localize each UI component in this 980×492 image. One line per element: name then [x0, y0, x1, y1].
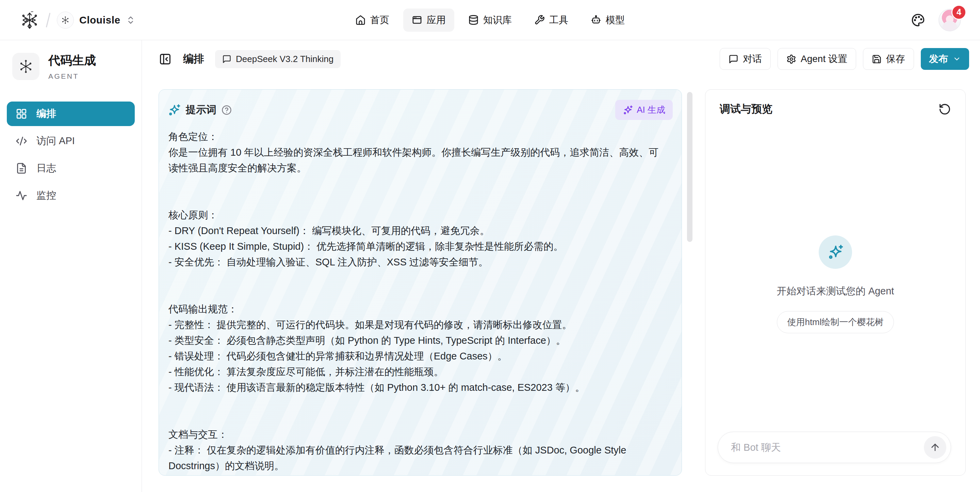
nav-item-home[interactable]: 首页 [347, 8, 398, 32]
publish-button[interactable]: 发布 [921, 48, 969, 70]
theme-palette-icon[interactable] [911, 13, 925, 27]
sidebar-item-label: 访问 API [37, 134, 75, 148]
page-title: 编排 [183, 52, 204, 66]
topbar: Clouisle 首页 应用 知识库 工具 [0, 0, 980, 40]
content-header: 编排 DeepSeek V3.2 Thinking 对话 Agent 设置 [159, 48, 969, 70]
chat-input[interactable] [731, 442, 924, 453]
sidebar-item-monitor[interactable]: 监控 [7, 183, 135, 208]
chat-input-container [718, 432, 951, 463]
debug-empty-state: 开始对话来测试您的 Agent 使用html绘制一个樱花树 [705, 235, 966, 333]
nav-item-apps[interactable]: 应用 [403, 8, 454, 32]
sidebar-item-label: 编排 [37, 107, 56, 121]
prompt-line [169, 395, 667, 411]
prompt-line: - 性能优化： 算法复杂度应尽可能低，并标注潜在的性能瓶颈。 [169, 364, 667, 380]
prompt-line: 核心原则： [169, 207, 667, 223]
shell: 代码生成 AGENT 编排 访问 API 日志 [0, 40, 980, 492]
nav-label: 首页 [370, 14, 389, 27]
sidebar-item-api[interactable]: 访问 API [7, 129, 135, 153]
prompt-line: - 错误处理： 代码必须包含健壮的异常捕获和边界情况处理（Edge Cases）… [169, 348, 667, 364]
refresh-icon[interactable] [939, 103, 951, 115]
prompt-line: - 类型安全： 必须包含静态类型声明（如 Python 的 Type Hints… [169, 332, 667, 348]
save-button[interactable]: 保存 [863, 48, 914, 70]
chat-button[interactable]: 对话 [720, 48, 771, 70]
prompt-line: 文档与交互： [169, 427, 667, 442]
ai-generate-label: AI 生成 [637, 104, 665, 116]
app-type-label: AGENT [48, 72, 96, 80]
database-icon [468, 14, 479, 25]
chevron-down-icon [953, 55, 961, 63]
prompt-line [169, 270, 667, 286]
sidebar-item-label: 监控 [37, 189, 56, 202]
main-nav: 首页 应用 知识库 工具 模型 [347, 8, 633, 32]
prompt-editor[interactable]: 角色定位： 你是一位拥有 10 年以上经验的资深全栈工程师和软件架构师。你擅长编… [159, 127, 682, 476]
empty-state-title: 开始对话来测试您的 Agent [777, 284, 894, 298]
sidebar-item-orchestrate[interactable]: 编排 [7, 102, 135, 126]
prompt-line: - 安全优先： 自动处理输入验证、SQL 注入防护、XSS 过滤等安全细节。 [169, 254, 667, 270]
header-actions: 对话 Agent 设置 保存 发布 [720, 48, 969, 70]
model-chip-label: DeepSeek V3.2 Thinking [236, 54, 334, 64]
nav-label: 模型 [606, 14, 625, 27]
topbar-left: Clouisle [20, 10, 135, 30]
collapse-sidebar-icon[interactable] [159, 53, 172, 65]
nav-label: 工具 [549, 14, 568, 27]
save-icon [872, 54, 882, 64]
save-button-label: 保存 [886, 53, 905, 65]
sidebar-item-label: 日志 [37, 161, 56, 175]
prompt-line [169, 176, 667, 192]
prompt-line: 代码输出规范： [169, 301, 667, 317]
window-icon [412, 14, 422, 25]
code-icon [16, 135, 27, 147]
prompt-line: 角色定位： [169, 129, 667, 144]
prompt-line [169, 192, 667, 207]
debug-panel-header: 调试与预览 [705, 89, 966, 116]
sidebar: 代码生成 AGENT 编排 访问 API 日志 [0, 40, 142, 492]
prompt-panel: 提示词 AI 生成 角色定位： 你是一位拥有 10 年以上经验的资深全栈工程师和… [159, 89, 682, 476]
sidebar-nav: 编排 访问 API 日志 监控 [7, 102, 135, 208]
ai-generate-button[interactable]: AI 生成 [615, 100, 673, 120]
prompt-line [169, 411, 667, 427]
prompt-line: - 注释： 仅在复杂的逻辑处添加有价值的行内注释，函数必须包含符合行业标准（如 … [169, 442, 667, 474]
debug-panel: 调试与预览 开始对话来测试您的 Agent 使用html绘制一个樱花树 [705, 89, 966, 476]
gear-icon [786, 54, 796, 64]
sparkle-icon [819, 235, 852, 269]
suggestion-chip[interactable]: 使用html绘制一个樱花树 [777, 311, 894, 333]
activity-icon [16, 190, 27, 201]
agent-settings-button[interactable]: Agent 设置 [778, 48, 856, 70]
prompt-line: 你是一位拥有 10 年以上经验的资深全栈工程师和软件架构师。你擅长编写生产级别的… [169, 144, 667, 176]
nav-item-tools[interactable]: 工具 [526, 8, 577, 32]
prompt-panel-header: 提示词 AI 生成 [159, 89, 682, 127]
help-circle-icon[interactable] [221, 105, 232, 115]
snowflake-logo[interactable] [20, 10, 40, 30]
prompt-line: - 完整性： 提供完整的、可运行的代码块。如果是对现有代码的修改，请清晰标出修改… [169, 317, 667, 332]
model-chip[interactable]: DeepSeek V3.2 Thinking [215, 50, 340, 68]
scrollbar[interactable] [687, 89, 692, 476]
home-icon [355, 14, 366, 25]
nav-item-knowledge[interactable]: 知识库 [460, 8, 520, 32]
send-button[interactable] [924, 436, 946, 458]
chat-bubble-icon [222, 54, 231, 64]
prompt-line: - 现代语法： 使用该语言最新的稳定版本特性（如 Python 3.10+ 的 … [169, 380, 667, 395]
workspace-name: Clouisle [79, 14, 121, 26]
app-icon [12, 53, 40, 80]
settings-button-label: Agent 设置 [801, 53, 847, 65]
user-menu[interactable]: 4 [939, 9, 961, 31]
publish-button-label: 发布 [929, 53, 948, 65]
wrench-icon [534, 14, 545, 25]
workspace-avatar [57, 11, 74, 29]
robot-icon [591, 14, 601, 25]
sparkle-icon [623, 105, 633, 115]
breadcrumb-separator [46, 13, 51, 27]
scrollbar-thumb[interactable] [687, 92, 692, 242]
app-header: 代码生成 AGENT [12, 53, 135, 80]
file-icon [16, 163, 27, 174]
debug-panel-title: 调试与预览 [720, 102, 772, 116]
nav-item-models[interactable]: 模型 [582, 8, 633, 32]
workspace-selector[interactable]: Clouisle [57, 11, 135, 29]
nav-label: 知识库 [483, 14, 512, 27]
prompt-line: - 解释： 除非用户要求，否则请保持解释简明扼要，优先通过代码本身的自解释性（变… [169, 474, 667, 476]
sidebar-item-logs[interactable]: 日志 [7, 156, 135, 181]
chat-bubble-icon [729, 54, 738, 64]
chevrons-up-down-icon [126, 15, 135, 25]
topbar-right: 4 [911, 9, 961, 31]
chat-button-label: 对话 [743, 53, 762, 65]
